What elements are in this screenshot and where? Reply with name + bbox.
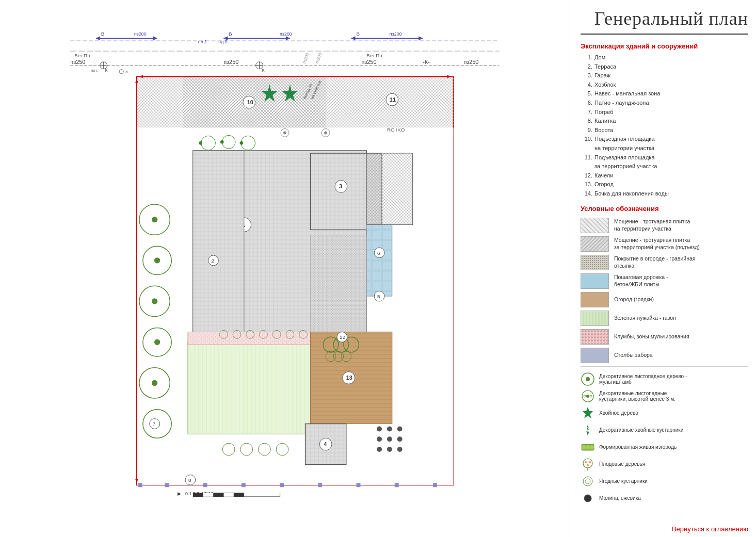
list-item: 10.Подъездная площадкана территории учас…	[583, 135, 748, 153]
svg-text:В: В	[357, 31, 360, 37]
svg-point-176	[586, 377, 590, 381]
blackberry-icon	[581, 491, 595, 506]
legend-item: Клумбы, зоны мульчирования	[581, 329, 748, 345]
svg-point-184	[586, 445, 590, 449]
svg-point-118	[377, 447, 382, 452]
svg-point-183	[582, 445, 586, 449]
legend-label: Покрытие в огороде - гравийнаяотсыпка	[614, 255, 695, 269]
svg-point-76	[152, 380, 157, 385]
svg-text:пз200: пз200	[134, 31, 147, 37]
svg-rect-137	[138, 483, 142, 487]
explication-title: Экспликация зданий и сооружений	[581, 42, 748, 50]
svg-point-190	[587, 464, 589, 466]
shrub-circle-icon	[581, 389, 595, 403]
svg-text:RO IKO: RO IKO	[387, 127, 405, 133]
svg-text:К: К	[105, 68, 108, 73]
legend-item: Мощение - тротуарная плитказа территорие…	[581, 236, 748, 252]
plant-item: Формированная живая изгородь	[581, 440, 748, 454]
svg-text:7: 7	[153, 421, 156, 427]
svg-rect-143	[357, 483, 361, 487]
legend-label: Зеленая лужайка - газон	[614, 315, 676, 322]
svg-text:К: К	[262, 68, 265, 73]
svg-text:Бет.Пп.: Бет.Пп.	[366, 53, 383, 58]
plant-item: Хвойное дерево	[581, 406, 748, 420]
svg-rect-145	[433, 483, 437, 487]
svg-text:пз250: пз250	[463, 59, 478, 65]
plant-label: Декоративные хвойные кустарники	[599, 427, 683, 433]
plants-legend: Декоративное листопадное дерево -мультиш…	[581, 372, 748, 506]
list-item: 9.Ворота	[583, 126, 748, 135]
plant-item: Декоративные хвойные кустарники	[581, 423, 748, 437]
list-item: 8.Калитка	[583, 117, 748, 126]
small-divider	[581, 366, 748, 367]
list-item: 1.Дом	[583, 53, 748, 62]
berry-shrub-icon	[581, 474, 595, 489]
plant-label: Формированная живая изгородь	[599, 444, 677, 450]
svg-rect-154	[280, 493, 280, 497]
tree-circle-icon	[581, 372, 595, 386]
plant-item: Плодовые деревья	[581, 457, 748, 471]
svg-rect-144	[395, 483, 399, 487]
legend-label: Столбы забора	[614, 352, 653, 359]
legend-label: Пошаговая дорожка -бетон/ЖБИ плиты	[614, 274, 668, 288]
svg-point-114	[397, 426, 403, 431]
list-item: 2.Терраса	[583, 62, 748, 72]
svg-text:11: 11	[390, 96, 396, 103]
plant-item: Декоративное листопадное дерево -мультиш…	[581, 372, 748, 386]
svg-rect-170	[366, 153, 412, 225]
svg-rect-140	[242, 483, 246, 487]
plan-drawing: В пз200 В пз200 В пз200	[5, 5, 565, 500]
conifer-shrub-icon	[581, 423, 595, 437]
legend-title: Условные обозначения	[581, 205, 748, 213]
legend-item: Огород (грядки)	[581, 292, 748, 307]
svg-point-70	[155, 258, 160, 263]
svg-point-178	[586, 395, 589, 398]
svg-point-189	[589, 461, 591, 463]
svg-text:-К-: -К-	[423, 59, 430, 65]
return-link[interactable]: Вернуться к оглавлению	[672, 525, 748, 533]
svg-point-180	[590, 395, 592, 397]
svg-text:о: о	[125, 70, 128, 74]
plant-label: Плодовые деревья	[599, 461, 645, 467]
svg-text:пз200: пз200	[280, 31, 292, 37]
svg-rect-151	[213, 493, 223, 497]
list-item: 13.Огород	[583, 180, 748, 189]
page-title: Генеральный план	[581, 8, 748, 29]
legend-label: Мощение - тротуарная плитказа территорие…	[614, 237, 700, 251]
plant-label: Декоративное листопадное дерево -мультиш…	[599, 373, 687, 385]
svg-point-185	[590, 445, 594, 449]
plan-svg: В пз200 В пз200 В пз200	[5, 5, 565, 500]
svg-text:пз250: пз250	[361, 59, 376, 65]
svg-text:пз250: пз250	[70, 59, 85, 65]
svg-text:пз250: пз250	[223, 59, 238, 65]
svg-point-191	[583, 477, 592, 486]
hedge-icon	[581, 440, 595, 454]
plant-label: Малина, ежевика	[599, 495, 641, 501]
svg-point-172	[283, 131, 286, 134]
svg-point-112	[377, 426, 382, 431]
svg-point-193	[584, 495, 591, 502]
list-item: 3.Гараж	[583, 71, 748, 80]
plant-label: Хвойное дерево	[599, 410, 638, 416]
legend-box-stepping	[581, 273, 609, 289]
legend-item: Покрытие в огороде - гравийнаяотсыпка	[581, 255, 748, 270]
svg-point-115	[377, 436, 382, 442]
svg-point-179	[584, 395, 586, 397]
left-panel: В пз200 В пз200 В пз200	[0, 0, 570, 537]
list-item: 4.Хозблок	[583, 80, 748, 90]
svg-point-174	[324, 131, 327, 134]
legend-box-lawn	[581, 311, 609, 326]
svg-text:▶: ▶	[178, 491, 181, 496]
svg-point-188	[585, 461, 587, 463]
svg-point-74	[155, 339, 160, 345]
legend-box-garden	[581, 292, 609, 307]
svg-text:пот.: пот.	[91, 68, 98, 73]
legend-label: Огород (грядки)	[614, 296, 654, 303]
svg-point-120	[397, 447, 403, 452]
list-item: 12.Качели	[583, 171, 748, 181]
svg-rect-86	[193, 151, 244, 345]
svg-point-117	[397, 436, 403, 442]
svg-text:12: 12	[340, 334, 345, 340]
legend-label: Клумбы, зоны мульчирования	[614, 333, 689, 340]
legend-item: Зеленая лужайка - газон	[581, 311, 748, 326]
